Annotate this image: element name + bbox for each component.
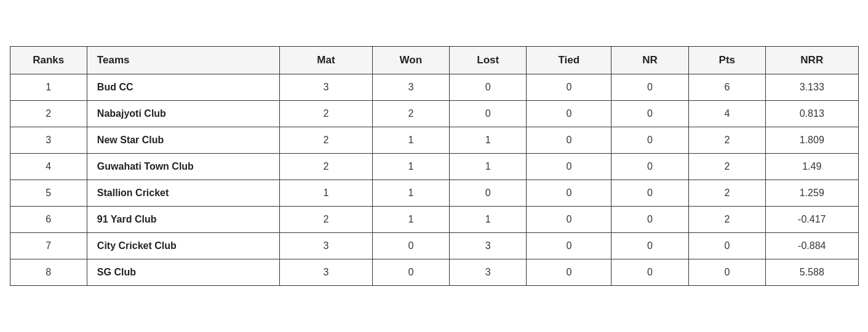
cell-rank: 6	[10, 207, 87, 233]
cell-tied: 0	[527, 101, 611, 127]
cell-mat: 3	[280, 259, 372, 286]
cell-pts: 0	[688, 233, 765, 259]
cell-mat: 2	[280, 154, 372, 180]
table-row: 3New Star Club2110021.809	[10, 127, 858, 154]
cell-won: 3	[372, 74, 449, 101]
cell-nr: 0	[611, 207, 688, 233]
cell-mat: 3	[280, 233, 372, 259]
cell-team: 91 Yard Club	[87, 207, 279, 233]
header-tied: Tied	[527, 47, 611, 74]
cell-pts: 6	[688, 74, 765, 101]
cell-team: Bud CC	[87, 74, 279, 101]
cell-nrr: 5.588	[766, 259, 858, 286]
cell-team: SG Club	[87, 259, 279, 286]
cell-won: 1	[372, 207, 449, 233]
table-row: 691 Yard Club211002-0.417	[10, 207, 858, 233]
header-teams: Teams	[87, 47, 279, 74]
cell-tied: 0	[527, 180, 611, 207]
cell-team: Nabajyoti Club	[87, 101, 279, 127]
cell-team: City Cricket Club	[87, 233, 279, 259]
cell-pts: 2	[688, 207, 765, 233]
cell-nr: 0	[611, 101, 688, 127]
header-nrr: NRR	[766, 47, 858, 74]
header-won: Won	[372, 47, 449, 74]
cell-won: 1	[372, 127, 449, 154]
cell-mat: 2	[280, 101, 372, 127]
cell-nr: 0	[611, 180, 688, 207]
cell-lost: 3	[450, 233, 527, 259]
cell-lost: 3	[450, 259, 527, 286]
cell-nr: 0	[611, 259, 688, 286]
cell-nr: 0	[611, 127, 688, 154]
cell-nrr: 1.49	[766, 154, 858, 180]
cell-lost: 0	[450, 74, 527, 101]
cell-tied: 0	[527, 259, 611, 286]
cell-lost: 1	[450, 127, 527, 154]
cell-rank: 2	[10, 101, 87, 127]
cell-rank: 4	[10, 154, 87, 180]
cell-rank: 8	[10, 259, 87, 286]
cell-nrr: -0.417	[766, 207, 858, 233]
cell-won: 1	[372, 154, 449, 180]
cell-won: 1	[372, 180, 449, 207]
standings-table-container: Ranks Teams Mat Won Lost Tied NR Pts NRR…	[10, 46, 859, 286]
cell-tied: 0	[527, 233, 611, 259]
header-nr: NR	[611, 47, 688, 74]
cell-won: 0	[372, 259, 449, 286]
cell-tied: 0	[527, 127, 611, 154]
cell-pts: 2	[688, 154, 765, 180]
cell-nrr: 3.133	[766, 74, 858, 101]
cell-tied: 0	[527, 74, 611, 101]
cell-lost: 0	[450, 180, 527, 207]
table-row: 7City Cricket Club303000-0.884	[10, 233, 858, 259]
cell-rank: 7	[10, 233, 87, 259]
cell-won: 2	[372, 101, 449, 127]
table-row: 2Nabajyoti Club2200040.813	[10, 101, 858, 127]
cell-nr: 0	[611, 154, 688, 180]
header-ranks: Ranks	[10, 47, 87, 74]
cell-tied: 0	[527, 207, 611, 233]
cell-nr: 0	[611, 233, 688, 259]
cell-pts: 4	[688, 101, 765, 127]
cell-mat: 2	[280, 127, 372, 154]
cell-pts: 2	[688, 127, 765, 154]
cell-pts: 2	[688, 180, 765, 207]
table-row: 5Stallion Cricket1100021.259	[10, 180, 858, 207]
cell-nrr: 1.259	[766, 180, 858, 207]
cell-nrr: 0.813	[766, 101, 858, 127]
table-row: 8SG Club3030005.588	[10, 259, 858, 286]
cell-rank: 5	[10, 180, 87, 207]
cell-team: New Star Club	[87, 127, 279, 154]
cell-mat: 3	[280, 74, 372, 101]
header-pts: Pts	[688, 47, 765, 74]
cell-team: Guwahati Town Club	[87, 154, 279, 180]
cell-rank: 3	[10, 127, 87, 154]
table-header-row: Ranks Teams Mat Won Lost Tied NR Pts NRR	[10, 47, 858, 74]
cell-nr: 0	[611, 74, 688, 101]
header-lost: Lost	[450, 47, 527, 74]
cell-rank: 1	[10, 74, 87, 101]
cell-tied: 0	[527, 154, 611, 180]
cell-nrr: 1.809	[766, 127, 858, 154]
cell-mat: 2	[280, 207, 372, 233]
cell-mat: 1	[280, 180, 372, 207]
header-mat: Mat	[280, 47, 372, 74]
cell-team: Stallion Cricket	[87, 180, 279, 207]
cell-lost: 1	[450, 154, 527, 180]
cell-nrr: -0.884	[766, 233, 858, 259]
cell-lost: 0	[450, 101, 527, 127]
cell-lost: 1	[450, 207, 527, 233]
cell-pts: 0	[688, 259, 765, 286]
table-row: 4Guwahati Town Club2110021.49	[10, 154, 858, 180]
table-row: 1Bud CC3300063.133	[10, 74, 858, 101]
standings-table: Ranks Teams Mat Won Lost Tied NR Pts NRR…	[10, 46, 859, 286]
cell-won: 0	[372, 233, 449, 259]
